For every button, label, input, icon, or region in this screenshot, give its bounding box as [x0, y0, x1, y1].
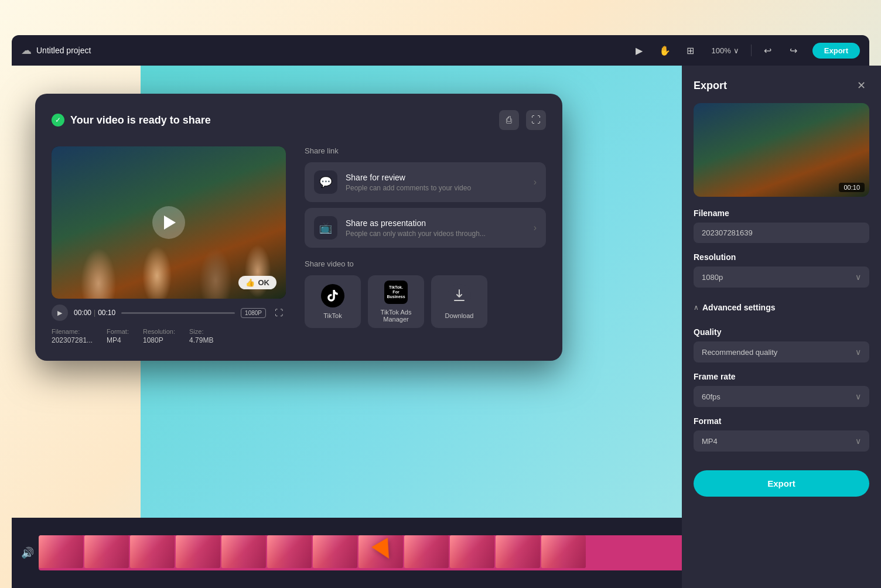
advanced-settings-toggle[interactable]: ∧ Advanced settings — [694, 297, 869, 318]
fullscreen-button[interactable]: ⛶ — [272, 306, 286, 320]
resolution-group: Resolution 1080p ∨ — [694, 252, 869, 288]
thumbs-up-icon: 👍 — [245, 278, 255, 287]
expand-button[interactable]: ⛶ — [526, 110, 546, 130]
chevron-down-icon: ∨ — [733, 46, 739, 55]
play-icon[interactable]: ▶ — [630, 41, 648, 60]
resolution-label: Resolution — [694, 252, 869, 262]
video-controls: ▶ 00:00 | 00:10 1080P ⛶ — [52, 305, 286, 321]
preview-duration: 00:10 — [839, 183, 865, 192]
video-meta: Filename: 202307281... Format: MP4 Resol… — [52, 328, 286, 344]
share-as-presentation-card[interactable]: 📺 Share as presentation People can only … — [305, 208, 546, 248]
chevron-down-icon: ∨ — [855, 436, 861, 446]
export-button[interactable]: Export — [812, 43, 860, 59]
tiktok-label: TikTok — [323, 312, 342, 319]
timeline-frame — [450, 535, 494, 568]
meta-filename: Filename: 202307281... — [52, 328, 93, 344]
export-panel-title: Export — [694, 80, 727, 92]
modal-title: Your video is ready to share — [70, 114, 211, 127]
filename-meta-label: Filename: — [52, 328, 93, 335]
timeline-frame — [176, 535, 220, 568]
share-platforms: TikTok TikTok.ForBusiness TikTok Ads Man… — [305, 275, 546, 328]
format-group: Format MP4 ∨ — [694, 416, 869, 452]
play-small-button[interactable]: ▶ — [52, 305, 68, 321]
bookmark-button[interactable]: ⎙ — [499, 110, 519, 130]
meta-format: Format: MP4 — [107, 328, 129, 344]
frame-rate-select[interactable]: 60fps ∨ — [694, 386, 869, 407]
video-preview: 👍 OK ▶ 00:00 | 00:10 1080P ⛶ F — [52, 146, 286, 344]
meta-size: Size: 4.79MB — [189, 328, 213, 344]
share-options: Share link 💬 Share for review People can… — [305, 146, 546, 344]
review-icon: 💬 — [314, 170, 337, 194]
export-preview-thumbnail: 00:10 — [694, 103, 869, 197]
share-video-to-section: Share video to TikTok TikTok.ForBusiness — [305, 259, 546, 328]
filename-label: Filename — [694, 208, 869, 218]
share-for-review-card[interactable]: 💬 Share for review People can add commen… — [305, 162, 546, 202]
timeline-frame — [541, 535, 586, 568]
quality-group: Quality Recommended quality ∨ — [694, 327, 869, 363]
format-value: MP4 — [702, 437, 718, 446]
filename-input[interactable] — [694, 223, 869, 243]
frame-rate-value: 60fps — [702, 392, 720, 401]
success-icon: ✓ — [52, 114, 64, 127]
quality-value: Recommended quality — [702, 348, 777, 357]
filename-group: Filename — [694, 208, 869, 243]
video-frame[interactable]: 👍 OK — [52, 146, 286, 299]
format-meta-value: MP4 — [107, 336, 129, 344]
format-select[interactable]: MP4 ∨ — [694, 430, 869, 452]
redo-icon[interactable]: ↪ — [784, 41, 803, 60]
total-time: 00:10 — [98, 309, 115, 317]
tiktok-ads-logo: TikTok.ForBusiness — [384, 281, 408, 304]
download-icon — [448, 284, 471, 307]
modal-title-group: ✓ Your video is ready to share — [52, 114, 211, 127]
advanced-settings-title: Advanced settings — [702, 303, 775, 312]
resolution-select[interactable]: 1080p ∨ — [694, 266, 869, 288]
top-bar-right: Export — [812, 43, 860, 59]
chevron-up-icon: ∧ — [694, 303, 699, 312]
tiktok-platform-card[interactable]: TikTok — [305, 275, 361, 328]
frame-rate-label: Frame rate — [694, 372, 869, 381]
export-panel: Export ✕ 00:10 Filename Resolution 1080p… — [682, 66, 881, 588]
share-review-text: Share for review People can add comments… — [346, 173, 525, 192]
timeline-frame — [130, 535, 175, 568]
download-platform-card[interactable]: Download — [431, 275, 487, 328]
tiktok-logo — [321, 284, 344, 307]
play-triangle — [164, 216, 176, 230]
size-meta-label: Size: — [189, 328, 213, 335]
timeline-frame — [496, 535, 540, 568]
export-submit-button[interactable]: Export — [694, 470, 869, 497]
resolution-meta-value: 1080P — [143, 336, 175, 344]
resolution-meta-label: Resolution: — [143, 328, 175, 335]
share-link-label: Share link — [305, 146, 546, 155]
quality-select[interactable]: Recommended quality ∨ — [694, 341, 869, 363]
filename-meta-value: 202307281... — [52, 336, 93, 344]
timeline-frame — [221, 535, 266, 568]
undo-icon[interactable]: ↩ — [759, 41, 777, 60]
meta-resolution: Resolution: 1080P — [143, 328, 175, 344]
modal-header: ✓ Your video is ready to share ⎙ ⛶ — [52, 110, 546, 130]
modal-actions: ⎙ ⛶ — [499, 110, 546, 130]
timeline-frame — [84, 535, 129, 568]
share-presentation-title: Share as presentation — [346, 218, 525, 228]
frame-rate-group: Frame rate 60fps ∨ — [694, 372, 869, 407]
play-overlay[interactable] — [152, 206, 185, 239]
hand-tool-icon[interactable]: ✋ — [655, 41, 674, 60]
chevron-down-icon: ∨ — [855, 392, 861, 401]
cloud-icon: ☁ — [21, 44, 32, 57]
progress-bar[interactable] — [121, 312, 235, 314]
close-button[interactable]: ✕ — [853, 77, 869, 94]
crop-icon[interactable]: ⊞ — [681, 41, 700, 60]
zoom-control[interactable]: 100% ∨ — [707, 44, 744, 57]
tiktok-ads-platform-card[interactable]: TikTok.ForBusiness TikTok Ads Manager — [368, 275, 424, 328]
chevron-down-icon: ∨ — [855, 347, 861, 357]
modal-content: 👍 OK ▶ 00:00 | 00:10 1080P ⛶ F — [52, 146, 546, 344]
timeline-frame — [404, 535, 449, 568]
export-panel-header: Export ✕ — [694, 77, 869, 94]
divider — [751, 45, 752, 56]
like-text: OK — [258, 278, 270, 287]
timeline-frame — [39, 535, 83, 568]
quality-label: Quality — [694, 327, 869, 337]
chevron-right-icon: › — [534, 223, 537, 233]
volume-icon[interactable]: 🔊 — [21, 546, 34, 559]
chevron-right-icon: › — [534, 177, 537, 187]
resolution-value: 1080p — [702, 273, 723, 282]
